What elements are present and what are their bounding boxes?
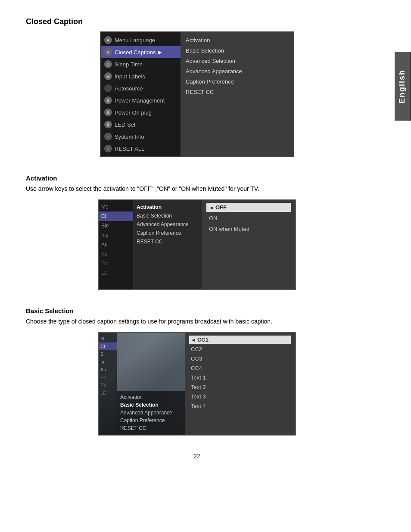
menu-option-advanced-appearance: Advanced Appearance xyxy=(186,67,288,76)
menu-item-label: LED Set xyxy=(115,121,135,128)
choice-on-when-muted: ON when Muted xyxy=(206,224,291,233)
cc-label: Text 4 xyxy=(191,403,206,409)
menu-item-power-on-plug: ⊕ Power On plug xyxy=(101,106,181,118)
partial-item-le: LE xyxy=(99,268,133,278)
basic-selection-section: Basic Selection Choose the type of close… xyxy=(26,307,368,436)
led-set-icon: ⊗ xyxy=(104,121,112,128)
activation-description: Use arrow keys to select the activation … xyxy=(26,184,368,193)
act-option-caption-preference: Caption Preference xyxy=(137,229,199,237)
menu-item-closed-captions[interactable]: ⊕ Closed Captions ▶ xyxy=(101,46,181,58)
menu-item-label: Menu Language xyxy=(115,37,155,44)
cc-option-text4: Text 4 xyxy=(189,402,291,410)
menu-option-reset-cc: RESET CC xyxy=(186,87,288,96)
basic-selection-screenshot: M Cl Sl In Au Po Po LE Activation Basic … xyxy=(26,332,368,436)
basic-selection-menu: M Cl Sl In Au Po Po LE Activation Basic … xyxy=(98,332,296,436)
activation-screenshot: Me Cl Sle Inp Au Po Po LE Activation Bas… xyxy=(26,199,368,290)
choice-label: ON xyxy=(209,215,218,221)
act-option-activation: Activation xyxy=(137,203,199,212)
partial-item-po2: Po xyxy=(99,259,133,268)
partial-item-sle: Sle xyxy=(99,221,133,230)
cc-label: CC2 xyxy=(191,346,202,352)
menu-item-label: Power On plug xyxy=(115,109,152,116)
menu-item-input-labels: ⊞ Input Labels xyxy=(101,70,181,82)
menu-item-led-set: ⊗ LED Set xyxy=(101,118,181,131)
english-tab: English xyxy=(395,52,411,121)
power-on-plug-icon: ⊕ xyxy=(104,109,112,116)
menu-item-label: Autosource xyxy=(115,85,143,92)
activation-menu: Me Cl Sle Inp Au Po Po LE Activation Bas… xyxy=(98,199,296,290)
menu-item-label: Sleep Time xyxy=(115,61,143,68)
power-management-icon: ⊛ xyxy=(104,96,112,104)
menu-left-panel: ★ Menu Language ⊕ Closed Captions ▶ ⊙ Sl… xyxy=(101,32,181,156)
cc-option-cc4: CC4 xyxy=(189,364,291,372)
closed-caption-section: Closed Caption ★ Menu Language ⊕ Closed … xyxy=(26,17,368,157)
menu-option-basic-selection: Basic Selection xyxy=(186,46,288,55)
menu-item-menu-language: ★ Menu Language xyxy=(101,34,181,46)
bsl-item-po1: Po xyxy=(99,373,117,381)
menu-right-panel: Activation Basic Selection Advanced Sele… xyxy=(181,32,293,156)
menu-language-icon: ★ xyxy=(104,36,112,44)
page-number: 22 xyxy=(26,453,368,460)
act-option-reset-cc: RESET CC xyxy=(137,237,199,246)
basic-selection-title: Basic Selection xyxy=(26,307,368,314)
cc-option-text1: Text 1 xyxy=(189,373,291,382)
input-labels-icon: ⊞ xyxy=(104,72,112,80)
act-option-advanced-appearance: Advanced Appearance xyxy=(137,220,199,229)
menu-option-activation: Activation xyxy=(186,36,288,45)
cc-label: CC3 xyxy=(191,355,202,362)
cc-option-text2: Text 2 xyxy=(189,383,291,391)
bs-overlay-basic-selection: Basic Selection xyxy=(120,401,181,409)
bs-right-panel: ◄ CC1 CC2 CC3 CC4 Text 1 xyxy=(185,333,295,435)
bs-left-strip: M Cl Sl In Au Po Po LE xyxy=(99,333,117,435)
reset-all-icon: ! xyxy=(104,145,112,152)
menu-item-power-management: ⊛ Power Management xyxy=(101,94,181,106)
menu-item-label: Power Management xyxy=(115,97,165,104)
bsl-item-cl: Cl xyxy=(99,342,117,350)
activation-left-strip: Me Cl Sle Inp Au Po Po LE xyxy=(99,200,133,289)
choice-label: OFF xyxy=(215,204,227,211)
cc-label: CC1 xyxy=(197,336,209,343)
menu-item-system-info: i System Info xyxy=(101,131,181,143)
main-menu-screenshot: ★ Menu Language ⊕ Closed Captions ▶ ⊙ Sl… xyxy=(26,31,368,157)
menu-item-reset-all: ! RESET ALL xyxy=(101,143,181,155)
main-menu: ★ Menu Language ⊕ Closed Captions ▶ ⊙ Sl… xyxy=(100,31,294,157)
basic-selection-description: Choose the type of closed caption settin… xyxy=(26,317,368,326)
cc-label: CC4 xyxy=(191,365,202,371)
menu-item-label: Input Labels xyxy=(115,73,145,80)
bs-overlay-caption-preference: Caption Preference xyxy=(120,417,181,424)
activation-middle-panel: Activation Basic Selection Advanced Appe… xyxy=(133,200,202,289)
choice-label: ON when Muted xyxy=(209,226,249,232)
activation-right-panel: ◄ OFF ON ON when Muted xyxy=(202,200,295,289)
bsl-item-le: LE xyxy=(99,389,117,397)
activation-section: Activation Use arrow keys to select the … xyxy=(26,174,368,290)
bs-overlay-menu: Activation Basic Selection Advanced Appe… xyxy=(117,391,185,435)
cc-option-cc3: CC3 xyxy=(189,355,291,363)
section-title: Closed Caption xyxy=(26,17,368,26)
menu-item-sleep-time: ⊙ Sleep Time xyxy=(101,58,181,70)
bsl-item-po2: Po xyxy=(99,381,117,389)
partial-item-inp: Inp xyxy=(99,230,133,240)
cc-option-text3: Text 3 xyxy=(189,392,291,401)
choice-on: ON xyxy=(206,214,291,223)
menu-item-autosource: Autosource xyxy=(101,82,181,94)
autosource-icon xyxy=(104,84,112,92)
bs-overlay-activation: Activation xyxy=(120,393,181,401)
bsl-item-in: In xyxy=(99,358,117,366)
partial-item-po1: Po xyxy=(99,249,133,259)
cc-label: Text 2 xyxy=(191,384,206,390)
menu-item-label: RESET ALL xyxy=(115,146,144,152)
menu-item-label: System Info xyxy=(115,134,144,140)
partial-item-au: Au xyxy=(99,240,133,249)
bsl-item-m: M xyxy=(99,335,117,342)
arrow-left-icon: ◄ xyxy=(209,205,214,210)
choice-off: ◄ OFF xyxy=(206,203,291,212)
menu-option-advanced-selection: Advanced Selection xyxy=(186,56,288,65)
partial-item-cl: Cl xyxy=(99,212,133,221)
arrow-left-icon: ◄ xyxy=(191,337,196,342)
cc-option-cc1: ◄ CC1 xyxy=(189,336,291,344)
sleep-time-icon: ⊙ xyxy=(104,60,112,68)
cc-label: Text 1 xyxy=(191,374,206,381)
system-info-icon: i xyxy=(104,133,112,140)
bs-background-image: M Cl Sl In Au Po Po LE Activation Basic … xyxy=(99,333,185,435)
act-option-basic-selection: Basic Selection xyxy=(137,212,199,220)
